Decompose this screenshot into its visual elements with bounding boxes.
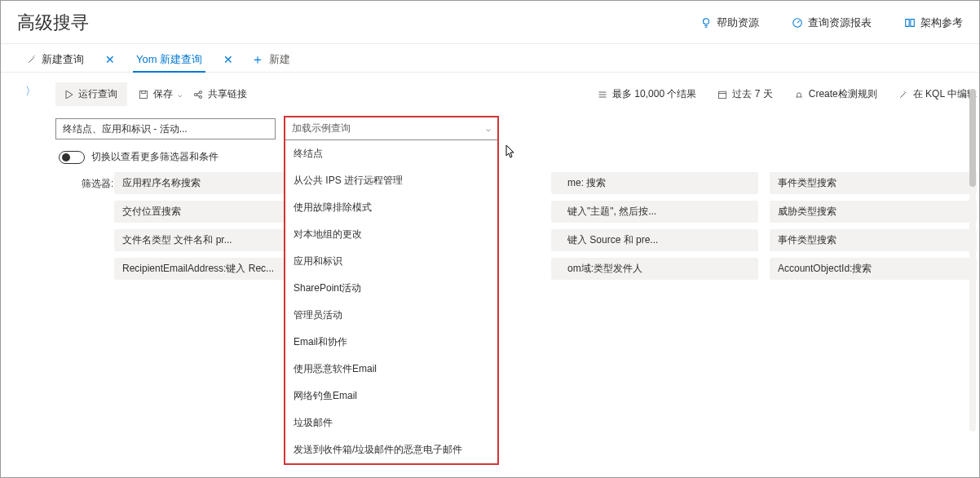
create-detection-rule[interactable]: Create检测规则 <box>794 87 877 101</box>
more-filters-toggle[interactable] <box>59 151 85 164</box>
svg-point-7 <box>200 91 202 93</box>
tab-yom-new-query[interactable]: Yom 新建查询 <box>133 47 205 72</box>
toggle-knob <box>62 153 70 162</box>
filter-chip[interactable]: 键入"主题", 然后按... <box>551 201 758 223</box>
save-icon <box>139 90 148 100</box>
scrollbar-thumb[interactable] <box>969 89 976 187</box>
tab2-label: Yom 新建查询 <box>136 52 202 67</box>
chevron-down-icon: ⌵ <box>178 91 182 99</box>
svg-rect-5 <box>142 91 146 93</box>
help-resources-link[interactable]: 帮助资源 <box>700 15 759 30</box>
save-label: 保存 <box>153 87 173 101</box>
time-range[interactable]: 过去 7 天 <box>717 87 772 101</box>
share-label: 共享链接 <box>208 87 247 101</box>
help-label: 帮助资源 <box>717 15 759 30</box>
timerange-label: 过去 7 天 <box>732 87 772 101</box>
new-tab-button[interactable]: ＋ 新建 <box>251 51 290 69</box>
kql-label: 在 KQL 中编辑 <box>913 87 977 101</box>
filter-chip[interactable]: 事件类型搜索 <box>770 229 977 251</box>
dropdown-item[interactable]: 发送到收件箱/垃圾邮件的恶意电子邮件 <box>285 436 497 463</box>
dropdown-header[interactable]: 加载示例查询 ⌵ <box>285 117 497 140</box>
run-label: 运行查询 <box>78 87 117 101</box>
wand-icon <box>898 90 908 100</box>
schema-reference-link[interactable]: 架构参考 <box>904 15 963 30</box>
play-icon <box>65 91 73 99</box>
run-query-button[interactable]: 运行查询 <box>55 82 127 106</box>
dropdown-item[interactable]: SharePoint活动 <box>285 275 497 302</box>
query-report-link[interactable]: 查询资源报表 <box>792 15 872 30</box>
chevron-right-icon[interactable]: 〉 <box>25 85 36 97</box>
svg-point-8 <box>200 95 202 98</box>
filter-chip[interactable]: me: 搜索 <box>551 172 758 194</box>
filter-chip[interactable]: om域:类型发件人 <box>551 258 758 280</box>
dropdown-item[interactable]: 使用恶意软件Email <box>285 356 497 383</box>
report-label: 查询资源报表 <box>808 15 872 30</box>
share-link-button[interactable]: 共享链接 <box>193 87 247 101</box>
calendar-icon <box>717 90 727 100</box>
alert-icon <box>794 90 804 100</box>
side-expand-panel: 〉 <box>1 73 36 280</box>
svg-rect-4 <box>140 91 148 98</box>
dropdown-placeholder: 加载示例查询 <box>292 122 351 135</box>
page-title: 高级搜寻 <box>17 11 89 35</box>
dropdown-item[interactable]: 对本地组的更改 <box>285 221 497 248</box>
save-button[interactable]: 保存 ⌵ <box>139 87 182 101</box>
svg-line-9 <box>197 92 200 94</box>
filter-row: 加载示例查询 ⌵ 终结点 从公共 IPS 进行远程管理 使用故障排除模式 对本地… <box>36 116 977 150</box>
svg-rect-14 <box>719 91 726 98</box>
lightbulb-icon <box>700 17 712 29</box>
filter-chip[interactable]: 事件类型搜索 <box>770 172 977 194</box>
dropdown-item[interactable]: 管理员活动 <box>285 302 497 329</box>
schema-label: 架构参考 <box>920 15 963 30</box>
query-toolbar: 运行查询 保存 ⌵ 共享链接 <box>36 82 977 116</box>
dropdown-item[interactable]: 垃圾邮件 <box>285 409 497 436</box>
detect-label: Create检测规则 <box>809 87 877 101</box>
wand-icon <box>27 55 37 64</box>
vertical-scrollbar[interactable] <box>969 89 976 432</box>
header-links: 帮助资源 查询资源报表 架构参考 <box>700 15 963 30</box>
toggle-row: 切换以查看更多筛选器和条件 <box>36 150 977 172</box>
results-label: 最多 10,000 个结果 <box>612 87 696 101</box>
dropdown-item[interactable]: 使用故障排除模式 <box>285 194 497 221</box>
page-header: 高级搜寻 帮助资源 查询资源报表 架构参考 <box>1 1 979 44</box>
dropdown-list: 终结点 从公共 IPS 进行远程管理 使用故障排除模式 对本地组的更改 应用和标… <box>284 140 499 465</box>
dropdown-item[interactable]: 从公共 IPS 进行远程管理 <box>285 167 497 194</box>
gauge-icon <box>792 17 803 29</box>
dropdown-item[interactable]: Email和协作 <box>285 329 497 356</box>
svg-point-0 <box>704 19 709 24</box>
filter-chip[interactable]: 威胁类型搜索 <box>770 201 977 223</box>
main-panel: 运行查询 保存 ⌵ 共享链接 <box>36 73 980 280</box>
share-icon <box>193 90 203 100</box>
book-icon <box>904 17 916 29</box>
dropdown-item[interactable]: 网络钓鱼Email <box>285 383 497 409</box>
dropdown-item[interactable]: 应用和标识 <box>285 248 497 275</box>
filters-label: 筛选器: <box>59 177 114 191</box>
newtab-label: 新建 <box>269 52 290 67</box>
dropdown-item[interactable]: 终结点 <box>285 140 497 167</box>
list-icon <box>598 90 607 100</box>
tab-bar: 新建查询 ✕ Yom 新建查询 ✕ ＋ 新建 <box>1 44 979 73</box>
tab1-close-icon[interactable]: ✕ <box>102 53 118 66</box>
results-limit[interactable]: 最多 10,000 个结果 <box>598 87 696 101</box>
svg-point-6 <box>195 93 197 95</box>
plus-icon: ＋ <box>251 51 264 69</box>
chevron-down-icon: ⌵ <box>486 124 491 133</box>
activity-filter-input[interactable] <box>55 118 276 139</box>
svg-line-10 <box>197 95 200 96</box>
tab1-label: 新建查询 <box>42 52 84 67</box>
edit-in-kql[interactable]: 在 KQL 中编辑 <box>898 87 977 101</box>
tab-new-query-1[interactable]: 新建查询 <box>24 47 87 72</box>
toggle-label: 切换以查看更多筛选器和条件 <box>91 150 219 164</box>
filter-chip[interactable]: AccountObjectId:搜索 <box>770 258 977 280</box>
filter-chips-area: 应用程序名称搜索 me: 搜索 事件类型搜索 交付位置搜索 键入"主题", 然后… <box>114 172 977 280</box>
tab2-close-icon[interactable]: ✕ <box>220 53 236 66</box>
filter-chip[interactable]: 键入 Source 和 pre... <box>551 229 758 251</box>
sample-query-dropdown[interactable]: 加载示例查询 ⌵ 终结点 从公共 IPS 进行远程管理 使用故障排除模式 对本地… <box>284 116 499 142</box>
